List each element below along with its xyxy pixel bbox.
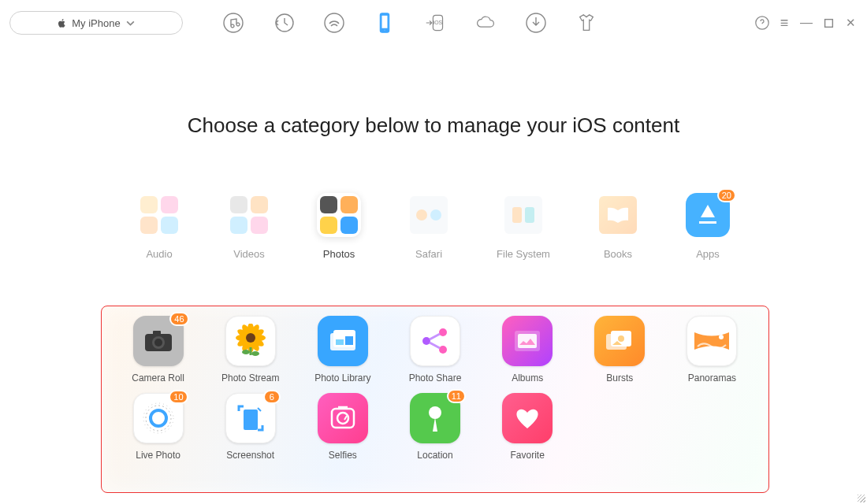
- photo-item-live-photo[interactable]: 10Live Photo: [116, 393, 200, 461]
- category-label: Books: [604, 248, 632, 260]
- photo-item-photo-stream[interactable]: Photo Stream: [208, 316, 292, 384]
- pin-icon: 11: [410, 393, 460, 443]
- photo-item-photo-share[interactable]: Photo Share: [393, 316, 477, 384]
- svg-point-28: [242, 350, 250, 354]
- svg-point-27: [246, 333, 255, 343]
- music-icon[interactable]: [222, 12, 244, 34]
- category-safari[interactable]: Safari: [407, 193, 451, 260]
- photo-item-label: Camera Roll: [132, 372, 184, 384]
- svg-point-5: [384, 30, 385, 32]
- svg-point-41: [618, 335, 624, 342]
- svg-point-36: [439, 346, 447, 354]
- screenshot-icon: 6: [225, 393, 276, 443]
- photo-item-photo-library[interactable]: Photo Library: [300, 316, 385, 384]
- apps-badge: 20: [717, 188, 736, 202]
- selfie-icon: [318, 393, 368, 443]
- category-apps[interactable]: 20 Apps: [686, 193, 730, 260]
- wifi-sync-icon[interactable]: [323, 12, 345, 34]
- gallery-icon: [502, 316, 553, 366]
- category-books[interactable]: Books: [596, 193, 640, 260]
- ios-export-icon[interactable]: iOS: [424, 12, 446, 34]
- svg-point-2: [325, 13, 344, 32]
- chevron-down-icon: [125, 18, 136, 28]
- device-label: My iPhone: [72, 17, 120, 29]
- minimize-button[interactable]: —: [799, 16, 813, 30]
- svg-point-49: [429, 406, 441, 419]
- category-label: Apps: [696, 248, 720, 260]
- category-label: Videos: [233, 248, 265, 260]
- photo-item-screenshot[interactable]: 6Screenshot: [208, 393, 292, 461]
- svg-point-34: [422, 337, 430, 345]
- category-label: File System: [497, 248, 550, 260]
- history-icon[interactable]: [273, 12, 295, 34]
- photo-item-label: Bursts: [606, 372, 633, 384]
- toolbar: My iPhone iOS ≡ — ✕: [0, 0, 867, 43]
- photo-item-selfies[interactable]: Selfies: [300, 393, 385, 461]
- device-dropdown[interactable]: My iPhone: [9, 11, 183, 35]
- sunflower-icon: [225, 316, 276, 366]
- library-icon: [318, 316, 368, 366]
- help-icon[interactable]: [755, 16, 769, 30]
- window-controls: ≡ — ✕: [755, 16, 858, 30]
- count-badge: 10: [169, 390, 188, 404]
- photo-item-label: Photo Stream: [221, 372, 279, 384]
- svg-point-48: [337, 413, 348, 424]
- category-label: Safari: [415, 248, 442, 260]
- photo-item-albums[interactable]: Albums: [486, 316, 570, 384]
- photo-item-camera-roll[interactable]: 46Camera Roll: [116, 316, 200, 384]
- camera-icon: 46: [133, 316, 184, 366]
- svg-point-43: [151, 410, 166, 426]
- svg-rect-33: [345, 336, 353, 345]
- maximize-button[interactable]: [821, 16, 835, 30]
- category-audio[interactable]: Audio: [137, 193, 181, 260]
- share-icon: [410, 316, 460, 366]
- photo-item-label: Favorite: [510, 450, 544, 461]
- svg-point-14: [154, 339, 162, 346]
- photo-item-label: Selfies: [329, 450, 357, 461]
- tshirt-icon[interactable]: [575, 12, 597, 34]
- category-label: Audio: [146, 248, 172, 260]
- close-button[interactable]: ✕: [843, 16, 858, 30]
- resize-grip[interactable]: [858, 495, 865, 502]
- heart-icon: [502, 393, 553, 443]
- svg-rect-38: [518, 334, 537, 348]
- photo-item-label: Location: [417, 450, 452, 461]
- svg-point-42: [719, 335, 724, 339]
- count-badge: 11: [447, 389, 466, 403]
- photo-item-label: Screenshot: [226, 450, 274, 461]
- page-title: Choose a category below to manage your i…: [0, 113, 867, 138]
- photo-item-label: Photo Library: [314, 372, 370, 384]
- count-badge: 6: [263, 390, 281, 404]
- svg-rect-10: [824, 19, 832, 27]
- apple-icon: [57, 18, 67, 28]
- photo-item-label: Panoramas: [688, 372, 736, 384]
- download-icon[interactable]: [525, 12, 547, 34]
- svg-point-35: [439, 328, 447, 336]
- photos-panel: 46Camera RollPhoto StreamPhoto LibraryPh…: [101, 306, 769, 493]
- count-badge: 46: [169, 312, 188, 326]
- svg-rect-46: [244, 410, 258, 430]
- category-row: Audio Videos Photos Safari File System B…: [0, 193, 867, 260]
- category-photos[interactable]: Photos: [317, 193, 361, 260]
- photo-item-location[interactable]: 11Location: [393, 393, 477, 461]
- photo-item-favorite[interactable]: Favorite: [486, 393, 570, 461]
- svg-text:iOS: iOS: [434, 20, 443, 25]
- svg-rect-32: [336, 339, 344, 345]
- category-videos[interactable]: Videos: [227, 193, 271, 260]
- photo-item-label: Photo Share: [409, 372, 462, 384]
- photo-item-panoramas[interactable]: Panoramas: [670, 316, 754, 384]
- bursts-icon: [594, 316, 645, 366]
- panorama-icon: [687, 316, 737, 366]
- toolbar-icons: iOS: [222, 12, 597, 34]
- svg-point-0: [224, 13, 243, 32]
- photo-item-label: Albums: [512, 372, 543, 384]
- cloud-icon[interactable]: [474, 12, 497, 34]
- category-filesystem[interactable]: File System: [497, 193, 550, 260]
- photo-item-bursts[interactable]: Bursts: [578, 316, 662, 384]
- svg-point-29: [251, 351, 259, 356]
- live-icon: 10: [133, 393, 184, 443]
- phone-icon[interactable]: [374, 12, 396, 34]
- appstore-icon: [694, 202, 721, 228]
- photo-item-label: Live Photo: [136, 450, 180, 461]
- menu-icon[interactable]: ≡: [777, 16, 791, 30]
